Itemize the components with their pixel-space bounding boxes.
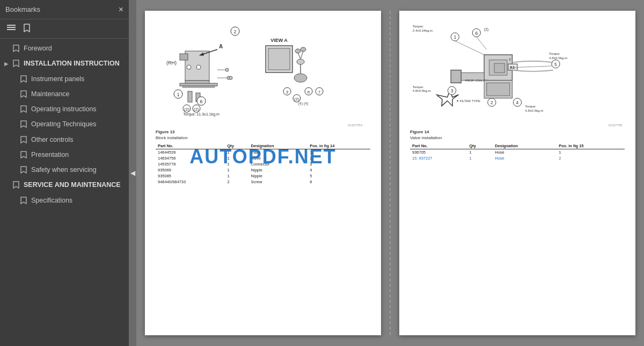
- svg-point-26: [229, 76, 232, 80]
- svg-line-34: [301, 51, 303, 59]
- svg-text:7: 7: [318, 90, 321, 95]
- svg-text:6: 6: [308, 90, 310, 95]
- bookmark-toolbar-icon: [23, 24, 31, 32]
- bookmark-icon-presentation: [19, 150, 28, 159]
- svg-text:(2): (2): [184, 107, 189, 112]
- collapse-handle[interactable]: ◀: [129, 0, 136, 346]
- list-view-button[interactable]: [4, 23, 18, 35]
- svg-rect-29: [268, 48, 290, 70]
- sidebar-item-label-instrument-panels: Instrument panels: [31, 75, 123, 83]
- svg-point-11: [187, 65, 191, 69]
- left-diagram-svg: 2 (RH) A: [156, 21, 370, 129]
- svg-text:(4)   (4): (4) (4): [298, 102, 308, 106]
- sidebar-item-service-maintenance[interactable]: SERVICE AND MAINTENANCE: [0, 177, 129, 192]
- left-table-row: 946440/9847332Screw6: [156, 179, 370, 185]
- bookmark-icon-specifications: [19, 196, 28, 205]
- sidebar-item-safety-servicing[interactable]: Safety when servicing: [0, 162, 129, 177]
- list-icon: [7, 24, 16, 32]
- right-col-pos: Pos. in fig 15: [557, 143, 625, 149]
- bookmark-view-button[interactable]: [20, 22, 33, 35]
- sidebar-item-other-controls[interactable]: Other controls: [0, 132, 129, 147]
- svg-text:Torque:: Torque:: [413, 24, 424, 28]
- bookmark-icon-instrument-panels: [19, 75, 28, 83]
- svg-point-23: [225, 68, 229, 71]
- sidebar-items-list: Foreword▶INSTALLATION INSTRUCTION Instru…: [0, 39, 129, 346]
- svg-rect-13: [188, 91, 192, 102]
- svg-rect-79: [487, 83, 510, 96]
- svg-text:6: 6: [475, 31, 478, 36]
- svg-text:(2): (2): [194, 107, 199, 112]
- svg-text:4.8±0.5kg.m: 4.8±0.5kg.m: [549, 56, 567, 60]
- svg-line-59: [455, 41, 484, 55]
- bookmark-icon-other-controls: [19, 135, 28, 144]
- sidebar-item-label-installation: INSTALLATION INSTRUCTION: [24, 59, 123, 68]
- svg-text:3: 3: [451, 88, 453, 93]
- svg-rect-9: [180, 83, 217, 86]
- svg-rect-7: [180, 54, 188, 60]
- sidebar-item-label-specifications: Specifications: [31, 196, 123, 205]
- sidebar-item-operating-techniques[interactable]: Operating Techniques: [0, 117, 129, 132]
- sidebar-item-foreword[interactable]: Foreword: [0, 41, 129, 56]
- svg-text:4.8±0.5kg.m: 4.8±0.5kg.m: [413, 89, 431, 92]
- svg-text:VIEW A: VIEW A: [270, 38, 288, 43]
- close-button[interactable]: ×: [119, 5, 123, 14]
- col-header-designation: Designation: [249, 143, 308, 149]
- right-figure-number: Figure 14: [410, 129, 429, 134]
- bookmark-icon-maintenance: [19, 90, 28, 98]
- svg-text:(2): (2): [484, 27, 488, 32]
- sidebar-item-label-foreword: Foreword: [24, 44, 123, 53]
- right-page: Torque: 2.4±0.24kg.m 1 6 (2): [399, 11, 635, 335]
- svg-line-33: [298, 53, 301, 59]
- svg-text:T: T: [509, 57, 511, 62]
- svg-text:5: 5: [554, 62, 557, 67]
- sidebar-item-label-service-maintenance: SERVICE AND MAINTENANCE: [24, 181, 123, 189]
- right-parts-table: Part No. Qty Designation Pos. in fig 15 …: [410, 143, 625, 161]
- right-col-designation: Designation: [493, 143, 557, 149]
- pages-area: 2 (RH) A: [136, 0, 644, 346]
- svg-rect-63: [494, 63, 504, 73]
- svg-rect-1: [7, 27, 16, 28]
- svg-text:4: 4: [516, 100, 519, 105]
- svg-rect-0: [7, 25, 16, 26]
- left-figure-title: Block installation: [156, 135, 188, 140]
- sidebar-item-presentation[interactable]: Presentation: [0, 147, 129, 162]
- right-figure-title: Valve installation: [410, 135, 442, 140]
- right-diagram-svg: Torque: 2.4±0.24kg.m 1 6 (2): [410, 21, 625, 129]
- sidebar-item-installation[interactable]: ▶INSTALLATION INSTRUCTION: [0, 56, 129, 71]
- sidebar-item-instrument-panels[interactable]: Instrument panels: [0, 71, 129, 86]
- svg-rect-2: [7, 29, 16, 30]
- sidebar-item-label-presentation: Presentation: [31, 150, 123, 159]
- collapse-arrow-icon: ◀: [130, 169, 135, 177]
- bookmark-icon-safety-servicing: [19, 165, 28, 174]
- sidebar: Bookmarks × Foreword▶INSTALLATION I: [0, 0, 129, 346]
- svg-point-35: [295, 49, 301, 53]
- sidebar-item-label-operating-techniques: Operating Techniques: [31, 120, 123, 128]
- svg-text:(2): (2): [294, 97, 299, 102]
- svg-text:Torque: 11.3±1.1kg.m: Torque: 11.3±1.1kg.m: [183, 112, 219, 117]
- svg-text:Torque:: Torque:: [413, 85, 424, 89]
- right-table-row: 9367051Hose1: [410, 149, 625, 156]
- svg-text:✦ FILTER TYPE: ✦ FILTER TYPE: [456, 99, 480, 103]
- left-diagram: 2 (RH) A: [156, 21, 370, 129]
- svg-text:V1157755: V1157755: [608, 124, 622, 127]
- sidebar-item-specifications[interactable]: Specifications: [0, 193, 129, 208]
- sidebar-item-label-maintenance: Maintenance: [31, 90, 123, 98]
- left-figure-label: Figure 13 Block installation: [156, 129, 370, 141]
- sidebar-item-operating-instructions[interactable]: Operating instructions: [0, 102, 129, 117]
- svg-text:(RH): (RH): [166, 60, 177, 66]
- svg-text:1: 1: [453, 34, 456, 40]
- col-header-partno: Part No.: [156, 143, 225, 149]
- svg-text:2.4±0.24kg.m: 2.4±0.24kg.m: [413, 28, 433, 32]
- svg-text:A: A: [219, 44, 223, 49]
- left-parts-table: Part No. Qty Designation Pos. in fig 14 …: [156, 143, 370, 185]
- sidebar-item-maintenance[interactable]: Maintenance: [0, 86, 129, 102]
- left-table-row: 146347561Valve2: [156, 155, 370, 161]
- svg-text:1: 1: [177, 92, 179, 97]
- svg-line-88: [512, 66, 551, 68]
- col-header-pos: Pos. in fig 14: [308, 143, 370, 149]
- svg-text:3: 3: [286, 90, 289, 95]
- sidebar-item-label-other-controls: Other controls: [31, 135, 123, 144]
- svg-text:6: 6: [200, 99, 202, 104]
- bookmark-icon-foreword: [12, 44, 20, 53]
- sidebar-item-label-safety-servicing: Safety when servicing: [31, 165, 123, 174]
